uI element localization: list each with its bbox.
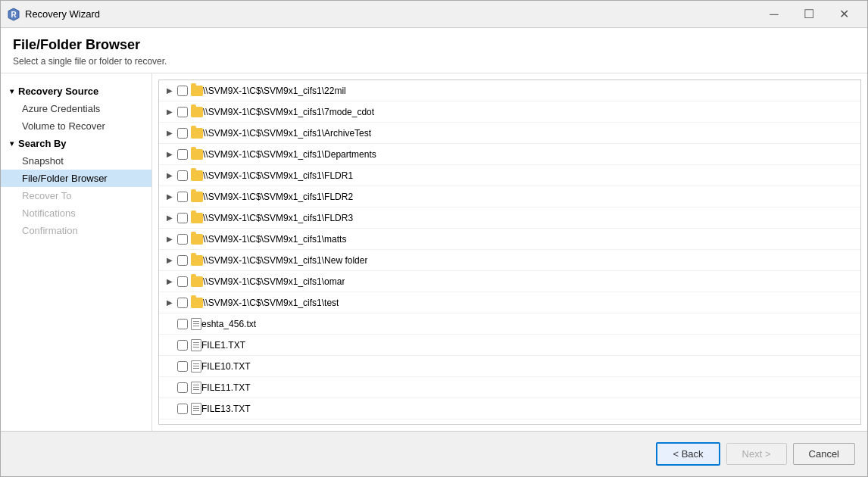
file-checkbox[interactable] (177, 255, 188, 266)
expand-button (164, 424, 176, 425)
file-label: \\SVM9X-1\C$\SVM9x1_cifs1\7mode_cdot (203, 107, 374, 117)
expand-button[interactable]: ▶ (164, 148, 176, 161)
file-row[interactable]: ▶\\SVM9X-1\C$\SVM9x1_cifs1\FLDR2 (159, 186, 860, 207)
file-label: \\SVM9X-1\C$\SVM9x1_cifs1\FLDR2 (203, 192, 353, 202)
file-checkbox[interactable] (177, 298, 188, 308)
sidebar-item-file-folder-browser[interactable]: File/Folder Browser (1, 170, 151, 187)
file-checkbox[interactable] (177, 86, 188, 96)
sidebar-item-label: Recovery Source (18, 86, 98, 97)
expand-button (164, 360, 176, 373)
folder-icon (191, 298, 203, 308)
sidebar-item-label: File/Folder Browser (22, 173, 108, 184)
chevron-icon: ▾ (10, 139, 14, 148)
back-button[interactable]: < Back (656, 442, 720, 466)
maximize-button[interactable]: ☐ (792, 1, 826, 28)
file-checkbox[interactable] (177, 382, 188, 393)
expand-button[interactable]: ▶ (164, 106, 176, 118)
file-row[interactable]: eshta_456.txt (159, 313, 860, 335)
file-checkbox[interactable] (177, 128, 188, 139)
file-row[interactable]: FILE14.TXT (159, 419, 860, 424)
page-subtitle: Select a single file or folder to recove… (13, 56, 855, 67)
file-row[interactable]: FILE10.TXT (159, 356, 860, 377)
sidebar-item-snapshot[interactable]: Snapshot (1, 152, 151, 170)
folder-icon (191, 234, 203, 245)
svg-text:R: R (11, 11, 17, 19)
cancel-button[interactable]: Cancel (793, 443, 855, 465)
file-label: \\SVM9X-1\C$\SVM9x1_cifs1\FLDR1 (203, 170, 353, 181)
titlebar-left: R Recovery Wizard (7, 8, 100, 21)
content-area: File/Folder Browser Select a single file… (1, 28, 867, 431)
file-checkbox[interactable] (177, 107, 188, 117)
file-label: FILE13.TXT (201, 404, 251, 414)
file-row[interactable]: ▶\\SVM9X-1\C$\SVM9x1_cifs1\FLDR3 (159, 207, 860, 229)
file-row[interactable]: ▶\\SVM9X-1\C$\SVM9x1_cifs1\test (159, 292, 860, 313)
chevron-icon: ▾ (10, 87, 14, 95)
expand-button[interactable]: ▶ (164, 85, 176, 97)
file-row[interactable]: ▶\\SVM9X-1\C$\SVM9x1_cifs1\7mode_cdot (159, 101, 860, 123)
main-body: ▾Recovery SourceAzure CredentialsVolume … (1, 73, 867, 431)
file-label: \\SVM9X-1\C$\SVM9x1_cifs1\matts (203, 234, 346, 245)
file-label: \\SVM9X-1\C$\SVM9x1_cifs1\Departments (203, 149, 376, 160)
next-button: Next > (726, 443, 787, 465)
footer: < Back Next > Cancel (1, 431, 867, 476)
file-checkbox[interactable] (177, 170, 188, 181)
expand-button[interactable]: ▶ (164, 170, 176, 182)
file-label: FILE1.TXT (201, 340, 245, 351)
file-label: \\SVM9X-1\C$\SVM9x1_cifs1\New folder (203, 255, 367, 266)
sidebar-item-recovery-source[interactable]: ▾Recovery Source (1, 83, 151, 100)
expand-button[interactable]: ▶ (164, 127, 176, 139)
file-row[interactable]: ▶\\SVM9X-1\C$\SVM9x1_cifs1\matts (159, 229, 860, 250)
sidebar-item-notifications: Notifications (1, 204, 151, 222)
sidebar-item-recover-to: Recover To (1, 187, 151, 204)
expand-button (164, 318, 176, 330)
file-row[interactable]: FILE13.TXT (159, 398, 860, 419)
file-label: FILE11.TXT (201, 382, 251, 393)
close-button[interactable]: ✕ (826, 1, 861, 28)
file-checkbox[interactable] (177, 340, 188, 351)
sidebar-item-label: Notifications (22, 207, 76, 219)
folder-icon (191, 170, 203, 181)
file-checkbox[interactable] (177, 213, 188, 223)
file-row[interactable]: ▶\\SVM9X-1\C$\SVM9x1_cifs1\New folder (159, 250, 860, 271)
file-list[interactable]: ▶\\SVM9X-1\C$\SVM9x1_cifs1\22mil▶\\SVM9X… (159, 80, 860, 424)
file-row[interactable]: ▶\\SVM9X-1\C$\SVM9x1_cifs1\Departments (159, 144, 860, 165)
file-row[interactable]: ▶\\SVM9X-1\C$\SVM9x1_cifs1\FLDR1 (159, 165, 860, 186)
expand-button[interactable]: ▶ (164, 233, 176, 245)
folder-icon (191, 107, 203, 117)
main-window: R Recovery Wizard ─ ☐ ✕ File/Folder Brow… (0, 0, 868, 477)
sidebar-item-azure-credentials[interactable]: Azure Credentials (1, 100, 151, 117)
document-icon (191, 403, 201, 415)
file-label: \\SVM9X-1\C$\SVM9x1_cifs1\ArchiveTest (203, 128, 371, 139)
sidebar-item-label: Snapshot (22, 155, 64, 167)
file-row[interactable]: FILE11.TXT (159, 377, 860, 398)
file-checkbox[interactable] (177, 149, 188, 160)
window-title: Recovery Wizard (25, 8, 100, 20)
file-checkbox[interactable] (177, 234, 188, 245)
page-title: File/Folder Browser (13, 37, 855, 53)
file-row[interactable]: ▶\\SVM9X-1\C$\SVM9x1_cifs1\omar (159, 271, 860, 292)
titlebar: R Recovery Wizard ─ ☐ ✕ (1, 1, 867, 28)
folder-icon (191, 213, 203, 223)
file-row[interactable]: ▶\\SVM9X-1\C$\SVM9x1_cifs1\22mil (159, 80, 860, 101)
sidebar-item-label: Confirmation (22, 225, 78, 236)
expand-button[interactable]: ▶ (164, 212, 176, 224)
file-checkbox[interactable] (177, 319, 188, 329)
sidebar-item-search-by[interactable]: ▾Search By (1, 135, 151, 152)
file-checkbox[interactable] (177, 276, 188, 287)
folder-icon (191, 149, 203, 160)
expand-button[interactable]: ▶ (164, 276, 176, 288)
file-label: \\SVM9X-1\C$\SVM9x1_cifs1\omar (203, 276, 345, 287)
minimize-button[interactable]: ─ (757, 1, 792, 28)
file-row[interactable]: ▶\\SVM9X-1\C$\SVM9x1_cifs1\ArchiveTest (159, 123, 860, 144)
expand-button[interactable]: ▶ (164, 297, 176, 309)
expand-button[interactable]: ▶ (164, 254, 176, 267)
file-checkbox[interactable] (177, 192, 188, 202)
sidebar-item-volume-to-recover[interactable]: Volume to Recover (1, 117, 151, 135)
expand-button[interactable]: ▶ (164, 191, 176, 203)
file-checkbox[interactable] (177, 404, 188, 414)
file-row[interactable]: FILE1.TXT (159, 335, 860, 356)
file-label: FILE10.TXT (201, 361, 251, 372)
document-icon (191, 318, 201, 330)
file-checkbox[interactable] (177, 361, 188, 372)
app-icon: R (7, 8, 20, 21)
